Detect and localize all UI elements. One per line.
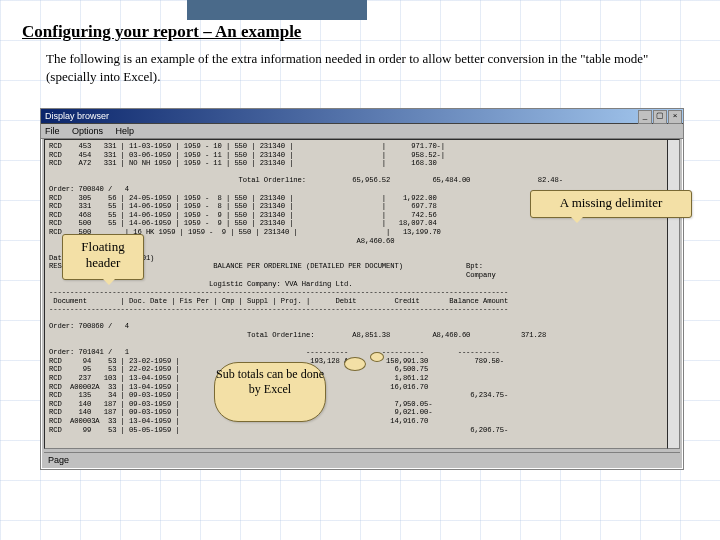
window-title-text: Display browser: [45, 109, 109, 123]
thought-bubble-dot: [344, 357, 366, 371]
close-button[interactable]: ×: [668, 110, 682, 124]
page-intro: The following is an example of the extra…: [46, 50, 676, 85]
menu-help[interactable]: Help: [116, 126, 135, 136]
slide-header-bar: [187, 0, 367, 20]
callout-floating-header: Floating header: [62, 234, 144, 280]
report-text: RCD 453 331 | 11-03-1959 | 1959 - 10 | 5…: [45, 140, 668, 436]
display-browser-window: Display browser _ ▢ × File Options Help …: [40, 108, 684, 470]
vertical-scrollbar[interactable]: [667, 139, 680, 449]
thought-bubble-dot: [370, 352, 384, 362]
status-bar: Page: [44, 452, 680, 467]
minimize-button[interactable]: _: [638, 110, 652, 124]
menu-file[interactable]: File: [45, 126, 60, 136]
menu-options[interactable]: Options: [72, 126, 103, 136]
window-menubar: File Options Help: [41, 124, 683, 139]
window-titlebar[interactable]: Display browser _ ▢ ×: [41, 109, 683, 124]
report-viewport: RCD 453 331 | 11-03-1959 | 1959 - 10 | 5…: [44, 139, 669, 449]
callout-missing-delimiter: A missing delimiter: [530, 190, 692, 218]
maximize-button[interactable]: ▢: [653, 110, 667, 124]
page-title: Configuring your report – An example: [22, 22, 301, 42]
callout-subtotals: Sub totals can be done by Excel: [214, 362, 326, 422]
